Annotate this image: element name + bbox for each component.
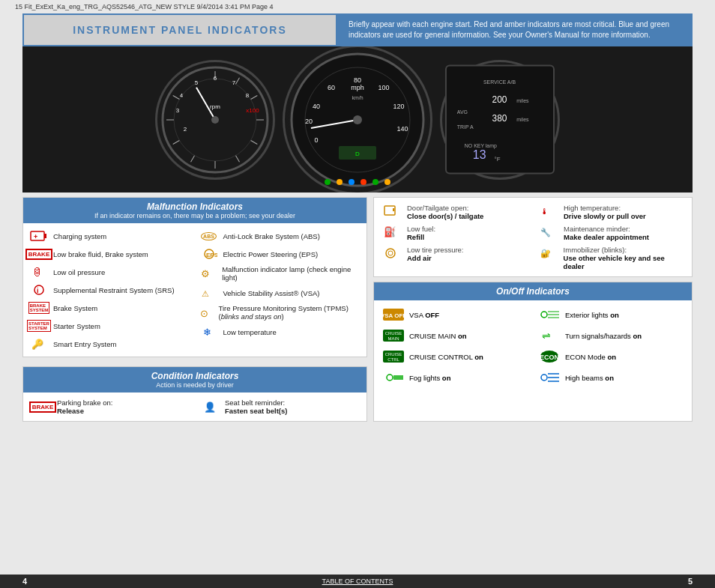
seatbelt-icon: 👤	[200, 400, 221, 413]
econ-label: ECON Mode on	[565, 353, 616, 361]
list-item: ⊙ Tire Pressure Monitoring System (TPMS)…	[197, 302, 363, 323]
abs-icon: ABS	[199, 229, 220, 243]
srs-label: Supplemental Restraint System (SRS)	[53, 286, 175, 294]
fog-lights-label: Fog lights on	[409, 374, 450, 382]
svg-point-92	[541, 375, 547, 381]
condition-box: Condition Indicators Action is needed by…	[22, 366, 367, 422]
svg-text:ECON: ECON	[540, 354, 559, 361]
eps-label: Electric Power Steering (EPS)	[223, 250, 319, 258]
smart-entry-icon: 🔑	[28, 337, 49, 351]
svg-text:i: i	[37, 287, 39, 294]
abs-label: Anti-Lock Brake System (ABS)	[223, 232, 320, 240]
onoff-body: VSA OFF VSA OFF CRUISE	[374, 300, 692, 392]
svg-text:200: 200	[492, 94, 507, 105]
svg-text:🔐: 🔐	[540, 248, 551, 258]
toc-link[interactable]: TABLE OF CONTENTS	[322, 578, 393, 585]
left-panels: Malfunction Indicators If an indicator r…	[22, 197, 367, 422]
svg-text:🌡: 🌡	[540, 207, 549, 216]
list-item: i Supplemental Restraint System (SRS)	[27, 281, 193, 299]
list-item: ABS Anti-Lock Brake System (ABS)	[197, 227, 363, 245]
list-item: BRAKE Low brake fluid, Brake system	[27, 245, 193, 263]
door-label: Door/Tailgate open:	[407, 204, 483, 212]
svg-text:❄: ❄	[203, 327, 211, 338]
page-numbers-bar: 4 TABLE OF CONTENTS 5	[0, 575, 715, 588]
charging-icon: +	[28, 229, 49, 243]
page-wrapper: 15 Fit_ExExt_Ka_eng_TRG_AQS52546_ATG_NEW…	[0, 0, 715, 588]
check-engine-label: Malfunction indicator lamp (check engine…	[222, 265, 361, 282]
parking-brake-text: Parking brake on: Release	[57, 398, 112, 415]
parking-brake-label: Parking brake on:	[57, 398, 112, 407]
fuel-label: Low fuel:	[407, 225, 435, 233]
list-item: BRAKESYSTEM Brake System	[27, 299, 193, 317]
page-num-left: 4	[22, 577, 27, 586]
fuel-value: Refill	[407, 233, 435, 241]
tire-pressure-icon	[380, 246, 401, 259]
svg-text:140: 140	[396, 125, 408, 133]
list-item: 🔑 Smart Entry System	[27, 335, 193, 353]
svg-text:VSA OFF: VSA OFF	[382, 312, 405, 319]
list-item: EPS Electric Power Steering (EPS)	[197, 245, 363, 263]
malfunction-header: Malfunction Indicators If an indicator r…	[23, 198, 366, 223]
svg-text:⛽: ⛽	[384, 225, 396, 237]
list-item: Fog lights on	[380, 367, 530, 388]
high-temp-icon: 🌡	[537, 204, 558, 217]
svg-text:⚠: ⚠	[202, 289, 209, 298]
svg-text:2: 2	[184, 126, 187, 133]
fuel-text: Low fuel: Refill	[407, 225, 435, 241]
list-item: CRUISE CTRL CRUISE CONTROL on	[380, 346, 530, 367]
list-item: 👤 Seat belt reminder: Fasten seat belt(s…	[199, 396, 359, 417]
seatbelt-text: Seat belt reminder: Fasten seat belt(s)	[225, 398, 287, 415]
immobilizer-text: Immobilizer (blinks): Use other vehicle …	[564, 246, 686, 270]
indicators-row: Malfunction Indicators If an indicator r…	[22, 197, 693, 422]
svg-text:+: +	[34, 233, 37, 240]
svg-text:⚙: ⚙	[201, 268, 210, 279]
svg-text:13: 13	[473, 148, 486, 161]
onoff-panel: On/Off Indicators VSA OFF	[373, 282, 693, 422]
list-item: STARTERSYSTEM Starter System	[27, 317, 193, 335]
title-description: Briefly appear with each engine start. R…	[337, 13, 693, 46]
oil-pressure-icon: 🛢	[28, 265, 49, 279]
high-temp-value: Drive slowly or pull over	[564, 212, 646, 220]
svg-text:80: 80	[354, 76, 361, 84]
svg-point-81	[387, 375, 393, 381]
main-content: INSTRUMENT PANEL INDICATORS Briefly appe…	[0, 13, 715, 422]
svg-text:TRIP A: TRIP A	[457, 124, 474, 130]
onoff-col-right: Exterior lights on ⇌ Turn signals/hazard…	[536, 304, 686, 388]
door-value: Close door(s) / tailgate	[407, 212, 483, 220]
file-info: 15 Fit_ExExt_Ka_eng_TRG_AQS52546_ATG_NEW…	[15, 3, 274, 10]
list-item: 🛢 Low oil pressure	[27, 263, 193, 281]
svg-text:MAIN: MAIN	[388, 336, 399, 341]
malfunction-col-right: ABS Anti-Lock Brake System (ABS) EPS	[197, 227, 363, 353]
list-item: ⚙ Malfunction indicator lamp (check engi…	[197, 263, 363, 284]
vsa-off-label: VSA OFF	[409, 311, 439, 319]
list-item: Low tire pressure: Add air	[380, 243, 529, 264]
page-title: INSTRUMENT PANEL INDICATORS	[73, 24, 287, 36]
tachometer-gauge: rpm 2 3 4 5 6 7 8 x100	[155, 60, 275, 180]
condition-subtitle: Action is needed by driver	[27, 381, 363, 389]
info-col-left: Door/Tailgate open: Close door(s) / tail…	[380, 201, 529, 273]
svg-point-69	[388, 251, 393, 255]
cruise-control-label: CRUISE CONTROL on	[409, 353, 483, 361]
list-item: High beams on	[536, 367, 686, 388]
cruise-main-label: CRUISE MAIN on	[409, 332, 467, 340]
smart-entry-label: Smart Entry System	[53, 340, 116, 348]
condition-header: Condition Indicators Action is needed by…	[23, 367, 366, 392]
tire-text: Low tire pressure: Add air	[407, 246, 464, 262]
tire-value: Add air	[407, 254, 464, 262]
vsa-icon: ⚠	[199, 286, 220, 300]
svg-text:AVG: AVG	[457, 109, 468, 115]
svg-text:CRUISE: CRUISE	[385, 331, 402, 336]
door-icon	[380, 204, 401, 217]
seatbelt-label: Seat belt reminder:	[225, 398, 287, 407]
door-text: Door/Tailgate open: Close door(s) / tail…	[407, 204, 483, 220]
maintenance-text: Maintenance minder: Make dealer appointm…	[564, 225, 649, 241]
maintenance-label: Maintenance minder:	[564, 225, 649, 233]
title-section: INSTRUMENT PANEL INDICATORS Briefly appe…	[22, 13, 693, 46]
srs-icon: i	[28, 283, 49, 297]
svg-text:6: 6	[214, 75, 217, 82]
info-display: SERVICE A/B 200 miles AVG 380 miles TRIP…	[440, 60, 560, 180]
svg-text:D: D	[355, 151, 360, 157]
turn-signals-label: Turn signals/hazards on	[565, 332, 642, 340]
info-panel-inner: Door/Tailgate open: Close door(s) / tail…	[380, 201, 686, 273]
high-beams-icon	[537, 370, 561, 385]
